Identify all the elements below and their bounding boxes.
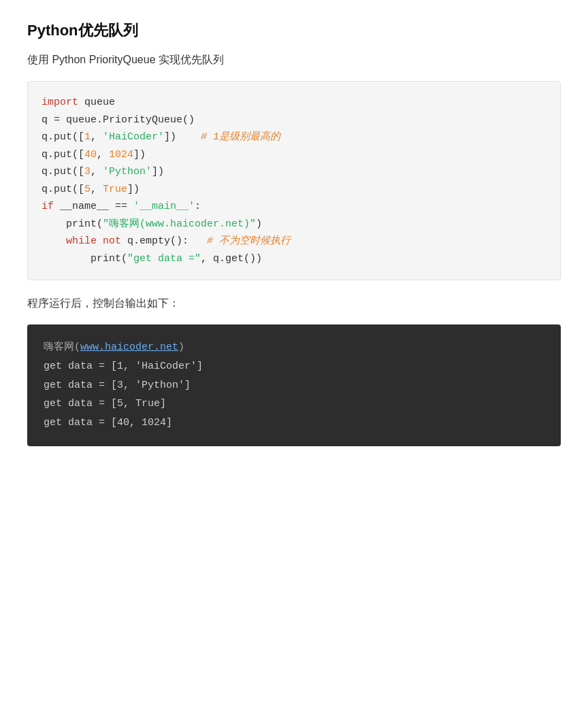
- code-line-4: q.put([40, 1024]): [42, 146, 546, 164]
- code-line-8: print("嗨客网(www.haicoder.net)"): [42, 216, 546, 233]
- terminal-line-2: get data = [1, 'HaiCoder']: [44, 357, 544, 376]
- code-text: , q.get()): [201, 253, 262, 265]
- number-1: 1: [84, 131, 91, 143]
- code-text: ,: [91, 166, 103, 178]
- code-text: queue: [78, 97, 115, 108]
- terminal-line-1: 嗨客网(www.haicoder.net): [44, 338, 544, 357]
- code-text: ]): [164, 131, 201, 143]
- code-line-10: print("get data =", q.get()): [42, 250, 546, 268]
- code-text: __name__ ==: [54, 201, 133, 212]
- string-python: 'Python': [103, 166, 152, 178]
- comment-1: # 1是级别最高的: [201, 131, 280, 143]
- keyword-import: import: [42, 97, 78, 108]
- code-line-2: q = queue.PriorityQueue(): [42, 112, 546, 129]
- description: 程序运行后，控制台输出如下：: [27, 297, 561, 311]
- code-text: ,: [97, 149, 109, 161]
- terminal-site-text: 嗨客网(: [44, 341, 80, 353]
- code-text: q.empty():: [121, 235, 207, 247]
- code-text: print(: [42, 218, 103, 230]
- code-text: ,: [91, 131, 103, 143]
- code-text: :: [195, 201, 201, 212]
- page-title: Python优先队列: [27, 20, 561, 41]
- code-text: ]): [127, 184, 140, 195]
- code-text: [97, 235, 103, 247]
- code-text: ]): [152, 166, 164, 178]
- code-text: print(: [42, 253, 127, 265]
- code-text: q.put([: [42, 131, 84, 143]
- code-text: ): [256, 218, 262, 230]
- number-40: 40: [84, 149, 97, 161]
- code-text: q = queue.PriorityQueue(): [42, 114, 195, 126]
- terminal-line-3: get data = [3, 'Python']: [44, 376, 544, 395]
- code-text: q.put([: [42, 166, 84, 178]
- string-haicoder: 'HaiCoder': [103, 131, 164, 143]
- code-text: q.put([: [42, 184, 84, 195]
- keyword-while: while: [66, 235, 97, 247]
- string-main: '__main__': [133, 201, 195, 212]
- code-text: ,: [91, 184, 103, 195]
- code-line-6: q.put([5, True]): [42, 181, 546, 199]
- code-line-5: q.put([3, 'Python']): [42, 163, 546, 181]
- terminal-line-4: get data = [5, True]: [44, 395, 544, 414]
- keyword-not: not: [103, 235, 121, 247]
- terminal-block: 嗨客网(www.haicoder.net) get data = [1, 'Ha…: [27, 324, 561, 446]
- code-text: ]): [133, 149, 146, 161]
- string-getdata: "get data =": [127, 253, 201, 265]
- bool-true: True: [103, 184, 127, 195]
- code-line-1: import queue: [42, 94, 546, 112]
- terminal-site-end: ): [178, 341, 184, 353]
- number-1024: 1024: [109, 149, 133, 161]
- number-3: 3: [84, 166, 91, 178]
- code-line-3: q.put([1, 'HaiCoder']) # 1是级别最高的: [42, 129, 546, 146]
- comment-2: # 不为空时候执行: [207, 235, 291, 247]
- terminal-line-5: get data = [40, 1024]: [44, 414, 544, 433]
- subtitle: 使用 Python PriorityQueue 实现优先队列: [27, 53, 561, 67]
- number-5: 5: [84, 184, 91, 195]
- code-block: import queue q = queue.PriorityQueue() q…: [27, 81, 561, 280]
- terminal-link[interactable]: www.haicoder.net: [80, 341, 178, 353]
- code-text: [42, 235, 66, 247]
- string-site: "嗨客网(www.haicoder.net)": [103, 218, 256, 230]
- keyword-if: if: [42, 201, 54, 212]
- code-line-7: if __name__ == '__main__':: [42, 198, 546, 216]
- code-text: q.put([: [42, 149, 84, 161]
- code-line-9: while not q.empty(): # 不为空时候执行: [42, 233, 546, 250]
